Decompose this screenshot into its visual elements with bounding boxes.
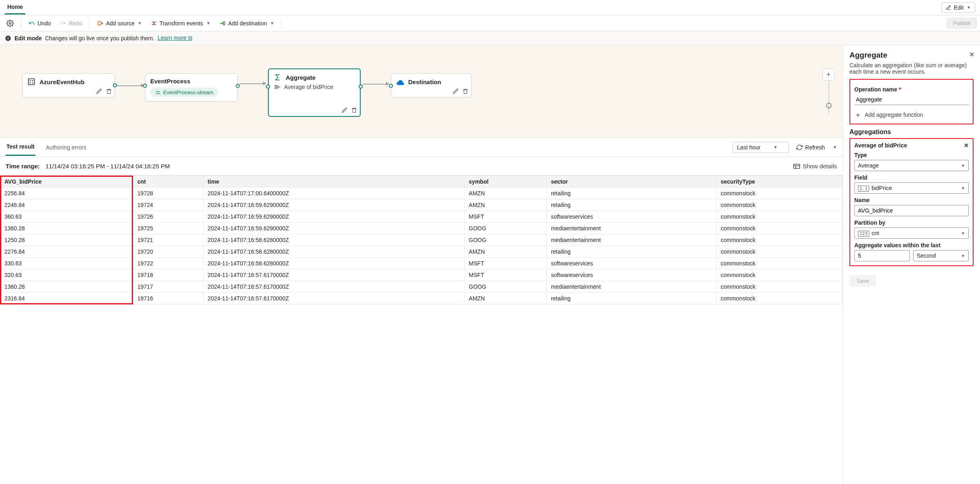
node-agg-sub: Average of bidPrice: [284, 84, 333, 90]
column-header[interactable]: symbol: [465, 176, 547, 188]
add-dest-label: Add destination: [228, 20, 267, 27]
chevron-down-icon: ▼: [961, 163, 965, 168]
edit-mode-msg: Changes will go live once you publish th…: [45, 35, 155, 41]
column-header[interactable]: time: [203, 176, 465, 188]
pencil-icon: [946, 5, 951, 10]
table-row[interactable]: 2276.84197202024-11-14T07:16:58.6280000Z…: [0, 246, 843, 258]
gear-icon: [6, 20, 14, 27]
panel-title: Aggregate: [849, 51, 974, 60]
chevron-down-icon: ▼: [773, 145, 777, 149]
close-panel-button[interactable]: ✕: [969, 51, 974, 58]
trash-icon[interactable]: [462, 88, 469, 95]
node-destination[interactable]: Destination: [391, 73, 471, 97]
table-row[interactable]: 320.63197182024-11-14T07:16:57.6170000ZM…: [0, 269, 843, 281]
flow-canvas[interactable]: AzureEventHub EventProcess EventP: [0, 45, 843, 138]
chevron-down-icon: ▼: [138, 21, 142, 25]
column-header[interactable]: cnt: [133, 176, 203, 188]
home-tab[interactable]: Home: [5, 0, 25, 14]
panel-description: Calculate an aggregation (like sum or av…: [849, 62, 974, 75]
trash-icon[interactable]: [351, 107, 357, 114]
add-destination-icon: [219, 20, 226, 27]
pencil-icon[interactable]: [341, 107, 348, 114]
svg-rect-9: [32, 83, 33, 84]
table-row[interactable]: 2316.84197162024-11-14T07:16:57.6170000Z…: [0, 293, 843, 304]
edit-mode-banner: i Edit mode Changes will go live once yo…: [0, 31, 980, 45]
table-row[interactable]: 330.63197222024-11-14T07:16:58.6280000ZM…: [0, 258, 843, 269]
type-select[interactable]: Average ▼: [854, 160, 969, 171]
transform-icon: [151, 20, 157, 27]
time-range-label: Time range:: [6, 163, 40, 170]
publish-button[interactable]: Publish: [947, 18, 977, 29]
chevron-down-icon[interactable]: ▼: [833, 145, 837, 149]
tab-authoring-errors[interactable]: Authoring errors: [45, 139, 87, 155]
chevron-down-icon: ▼: [206, 21, 210, 25]
svg-rect-10: [275, 85, 277, 87]
partition-select[interactable]: 123cnt ▼: [854, 228, 969, 239]
remove-aggregation-button[interactable]: ✕: [964, 142, 969, 149]
stream-icon: [155, 90, 161, 95]
table-row[interactable]: 1360.28197172024-11-14T07:16:57.6170000Z…: [0, 281, 843, 293]
results-table: AVG_bidPricecnttimesymbolsectorsecurityT…: [0, 176, 843, 304]
aggregation-item: Average of bidPrice ✕ Type Average ▼ Fie…: [849, 138, 974, 266]
stream-chip: EventProcess-stream: [150, 88, 218, 97]
window-unit-select[interactable]: Second ▼: [913, 250, 969, 261]
tab-test-result[interactable]: Test result: [6, 139, 35, 156]
redo-button[interactable]: Redo: [56, 19, 85, 28]
save-button[interactable]: Save: [849, 275, 876, 287]
redo-label: Redo: [69, 20, 82, 27]
add-destination-button[interactable]: Add destination ▼: [216, 19, 277, 28]
svg-rect-13: [793, 164, 799, 168]
svg-rect-1: [98, 22, 101, 25]
time-range-select[interactable]: Last hour ▼: [733, 142, 789, 153]
refresh-icon: [796, 144, 803, 151]
aggregate-panel: Aggregate ✕ Calculate an aggregation (li…: [843, 45, 980, 484]
sigma-icon: [274, 73, 282, 81]
svg-point-0: [9, 22, 11, 24]
redo-icon: [60, 20, 66, 27]
add-source-label: Add source: [106, 20, 135, 27]
pencil-icon[interactable]: [96, 88, 102, 95]
svg-point-12: [826, 103, 831, 108]
pencil-icon[interactable]: [453, 88, 459, 95]
column-header[interactable]: AVG_bidPrice: [0, 176, 133, 188]
edit-dropdown-label: Edit: [954, 4, 963, 11]
add-node-button[interactable]: +: [822, 68, 835, 81]
transform-events-button[interactable]: Transform events ▼: [147, 19, 214, 28]
node-event-process[interactable]: EventProcess EventProcess-stream: [145, 73, 238, 101]
integer-type-icon: 123: [858, 231, 869, 237]
node-azure-eventhub[interactable]: AzureEventHub: [22, 73, 115, 97]
refresh-button[interactable]: Refresh: [793, 143, 828, 152]
add-source-button[interactable]: Add source ▼: [94, 19, 145, 28]
node-dest-title: Destination: [408, 79, 441, 85]
drag-handle-icon[interactable]: [826, 102, 832, 109]
learn-more-link[interactable]: Learn more ⧉: [158, 35, 192, 41]
table-row[interactable]: 360.63197262024-11-14T07:16:59.6290000ZM…: [0, 211, 843, 223]
info-icon: i: [5, 35, 11, 41]
table-row[interactable]: 2256.84197282024-11-14T07:17:00.6400000Z…: [0, 188, 843, 199]
column-header[interactable]: sector: [547, 176, 716, 188]
column-header[interactable]: securityType: [716, 176, 843, 188]
field-select[interactable]: 1.1bidPrice ▼: [854, 182, 969, 194]
aggregation-item-title: Average of bidPrice: [854, 142, 907, 149]
trash-icon[interactable]: [106, 88, 112, 95]
aggregations-heading: Aggregations: [849, 128, 974, 136]
window-value-input[interactable]: [854, 250, 910, 261]
show-details-button[interactable]: Show details: [793, 163, 837, 170]
node-proc-title: EventProcess: [150, 78, 190, 85]
eventhub-icon: [27, 78, 35, 86]
aggregation-name-input[interactable]: [854, 205, 969, 216]
settings-button[interactable]: [3, 18, 17, 29]
table-row[interactable]: 1360.28197252024-11-14T07:16:59.6290000Z…: [0, 223, 843, 234]
node-aggregate[interactable]: Aggregate Average of bidPrice: [268, 68, 361, 117]
time-range-value: 11/14/24 03:16:25 PM - 11/14/24 04:16:25…: [46, 163, 170, 170]
table-row[interactable]: 1250.28197212024-11-14T07:16:58.6280000Z…: [0, 234, 843, 246]
table-row[interactable]: 2246.84197242024-11-14T07:16:59.6290000Z…: [0, 199, 843, 211]
edit-dropdown[interactable]: Edit ▼: [941, 2, 975, 13]
operation-name-input[interactable]: [854, 94, 969, 105]
add-source-icon: [97, 20, 104, 27]
aggregate-sub-icon: [274, 85, 281, 89]
add-aggregate-function-button[interactable]: ＋ Add aggregate function: [854, 110, 969, 120]
undo-button[interactable]: Undo: [25, 19, 54, 28]
details-icon: [793, 163, 800, 169]
chevron-down-icon: ▼: [967, 5, 971, 10]
